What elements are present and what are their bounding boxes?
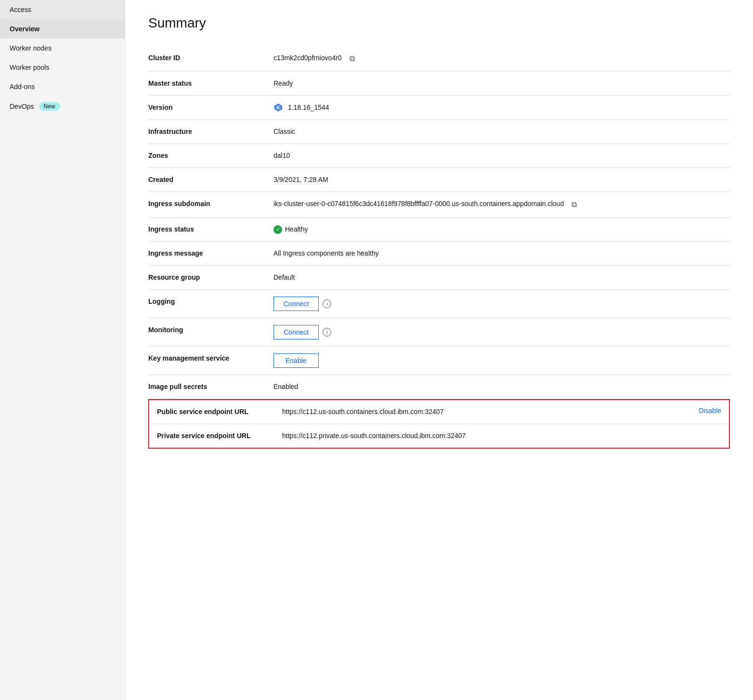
copy-ingress-subdomain-icon[interactable]: ⧉: [571, 199, 577, 210]
public-endpoint-disable-link[interactable]: Disable: [691, 407, 721, 415]
value-private-endpoint: https://c112.private.us-south.containers…: [282, 431, 721, 441]
highlighted-row-private-endpoint: Private service endpoint URL https://c11…: [149, 424, 729, 448]
summary-row-master-status: Master status Ready: [148, 72, 730, 96]
summary-row-ingress-status: Ingress status Healthy: [148, 218, 730, 242]
sidebar-item-worker-pools[interactable]: Worker pools: [0, 58, 125, 77]
label-resource-group: Resource group: [148, 272, 273, 283]
sidebar: Access Overview Worker nodes Worker pool…: [0, 0, 125, 700]
label-ingress-message: Ingress message: [148, 248, 273, 259]
summary-row-cluster-id: Cluster ID c13mk2cd0pfrniovo4r0 ⧉: [148, 46, 730, 72]
copy-cluster-id-icon[interactable]: ⧉: [350, 53, 355, 65]
value-logging: Connect i: [273, 297, 730, 311]
label-logging: Logging: [148, 297, 273, 307]
key-management-enable-button[interactable]: Enable: [273, 353, 319, 368]
summary-row-version: Version K 1.18.16_1544: [148, 96, 730, 120]
endpoint-section: Public service endpoint URL https://c112…: [148, 399, 730, 449]
green-check-icon: [273, 225, 282, 234]
monitoring-btn-group: Connect i: [273, 325, 331, 339]
sidebar-item-add-ons[interactable]: Add-ons: [0, 77, 125, 96]
label-image-pull-secrets: Image pull secrets: [148, 382, 273, 392]
sidebar-item-label: Worker nodes: [10, 44, 52, 52]
summary-row-monitoring: Monitoring Connect i: [148, 318, 730, 347]
value-version: K 1.18.16_1544: [273, 103, 730, 113]
value-monitoring: Connect i: [273, 325, 730, 339]
monitoring-info-icon[interactable]: i: [323, 328, 331, 337]
summary-row-created: Created 3/9/2021, 7:28 AM: [148, 168, 730, 192]
summary-row-key-management: Key management service Enable: [148, 347, 730, 375]
value-image-pull-secrets: Enabled: [273, 382, 730, 392]
sidebar-item-label: Add-ons: [10, 83, 35, 91]
summary-row-logging: Logging Connect i: [148, 290, 730, 318]
sidebar-item-label: Worker pools: [10, 64, 49, 71]
label-ingress-status: Ingress status: [148, 224, 273, 234]
page-title: Summary: [148, 15, 730, 31]
summary-row-resource-group: Resource group Default: [148, 266, 730, 290]
monitoring-connect-button[interactable]: Connect: [273, 325, 319, 339]
label-public-endpoint: Public service endpoint URL: [157, 407, 282, 417]
label-master-status: Master status: [148, 78, 273, 89]
sidebar-item-label: DevOps: [10, 103, 34, 110]
summary-row-infrastructure: Infrastructure Classic: [148, 120, 730, 144]
sidebar-item-overview[interactable]: Overview: [0, 19, 125, 39]
label-created: Created: [148, 175, 273, 185]
highlighted-row-public-endpoint: Public service endpoint URL https://c112…: [149, 400, 729, 424]
label-zones: Zones: [148, 151, 273, 161]
svg-text:K: K: [277, 105, 280, 110]
logging-connect-button[interactable]: Connect: [273, 297, 319, 311]
value-resource-group: Default: [273, 272, 730, 283]
summary-row-image-pull-secrets: Image pull secrets Enabled: [148, 375, 730, 399]
summary-row-ingress-message: Ingress message All Ingress components a…: [148, 242, 730, 266]
value-master-status: Ready: [273, 78, 730, 89]
sidebar-item-label: Access: [10, 6, 31, 13]
value-ingress-subdomain: iks-cluster-user-0-c074815f6c3dc41618f97…: [273, 199, 730, 210]
summary-row-zones: Zones dal10: [148, 144, 730, 168]
value-key-management: Enable: [273, 353, 730, 368]
kubernetes-icon: K: [273, 103, 283, 112]
value-ingress-status: Healthy: [273, 224, 730, 234]
devops-new-badge: New: [39, 102, 60, 111]
main-content: Summary Cluster ID c13mk2cd0pfrniovo4r0 …: [125, 0, 753, 700]
label-private-endpoint: Private service endpoint URL: [157, 431, 282, 441]
value-ingress-message: All Ingress components are healthy: [273, 248, 730, 259]
value-public-endpoint: https://c112.us-south.containers.cloud.i…: [282, 407, 691, 417]
sidebar-item-label: Overview: [10, 25, 39, 33]
value-infrastructure: Classic: [273, 127, 730, 137]
sidebar-item-devops[interactable]: DevOps New: [0, 96, 125, 117]
value-created: 3/9/2021, 7:28 AM: [273, 175, 730, 185]
label-version: Version: [148, 103, 273, 113]
sidebar-item-worker-nodes[interactable]: Worker nodes: [0, 39, 125, 58]
summary-row-ingress-subdomain: Ingress subdomain iks-cluster-user-0-c07…: [148, 192, 730, 218]
label-ingress-subdomain: Ingress subdomain: [148, 199, 273, 209]
logging-info-icon[interactable]: i: [323, 299, 331, 308]
label-cluster-id: Cluster ID: [148, 53, 273, 63]
value-cluster-id: c13mk2cd0pfrniovo4r0 ⧉: [273, 53, 730, 65]
label-infrastructure: Infrastructure: [148, 127, 273, 137]
value-zones: dal10: [273, 151, 730, 161]
label-monitoring: Monitoring: [148, 325, 273, 335]
healthy-status: Healthy: [273, 224, 308, 234]
logging-btn-group: Connect i: [273, 297, 331, 311]
sidebar-item-access[interactable]: Access: [0, 0, 125, 19]
label-key-management: Key management service: [148, 353, 273, 363]
